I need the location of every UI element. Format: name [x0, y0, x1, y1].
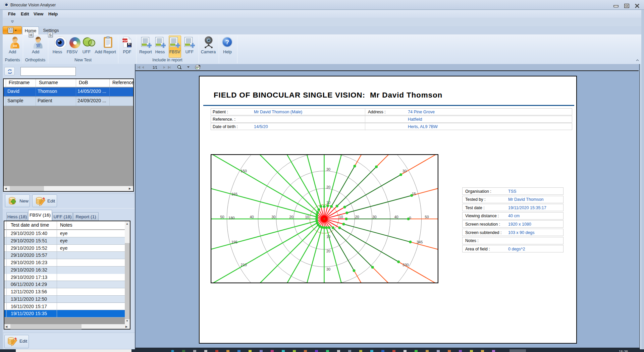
svg-text:330: 330 [402, 263, 409, 267]
svg-text:20: 20 [289, 215, 293, 219]
svg-text:195: 195 [231, 240, 237, 244]
svg-text:30: 30 [372, 215, 376, 219]
svg-text:40: 40 [394, 215, 398, 219]
svg-text:?: ? [225, 39, 229, 46]
svg-text:1/1: 1/1 [153, 66, 157, 69]
svg-text:10: 10 [326, 200, 330, 204]
svg-text:PDF: PDF [122, 39, 128, 42]
svg-text:DX: DX [13, 44, 17, 48]
svg-text:150: 150 [241, 169, 247, 173]
svg-text:180: 180 [228, 216, 234, 220]
svg-text:165: 165 [231, 192, 237, 196]
svg-text:30: 30 [271, 215, 275, 219]
svg-text:345: 345 [417, 240, 423, 244]
svg-text:0: 0 [409, 216, 411, 220]
svg-text:50: 50 [425, 215, 429, 219]
svg-text:40: 40 [250, 215, 254, 219]
svg-text:15: 15 [412, 192, 416, 196]
svg-text:10: 10 [305, 215, 309, 219]
svg-text:30: 30 [402, 169, 407, 173]
svg-text:20: 20 [326, 185, 330, 189]
svg-text:30: 30 [326, 267, 330, 271]
svg-text:20: 20 [355, 215, 359, 219]
svg-text:10: 10 [326, 235, 330, 239]
svg-text:10: 10 [339, 215, 343, 219]
svg-text:30: 30 [326, 167, 330, 171]
svg-text:50: 50 [220, 215, 224, 219]
svg-text:20: 20 [326, 249, 330, 253]
svg-text:210: 210 [241, 263, 247, 267]
